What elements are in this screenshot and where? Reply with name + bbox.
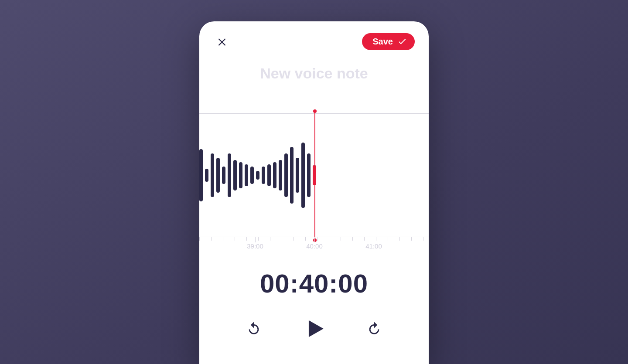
elapsed-time: 00:40:00 [199,269,429,299]
tick-major [255,237,256,242]
tick-minor [399,237,400,241]
forward-button[interactable] [367,321,382,336]
tick-minor [223,237,223,241]
waveform-bar [245,164,248,186]
waveform-bar [239,162,242,188]
close-icon [216,36,228,47]
close-button[interactable] [213,33,231,50]
play-button[interactable] [301,316,327,341]
tick-minor [258,237,259,241]
tick-minor [376,237,376,241]
title-input[interactable] [199,65,429,82]
tick-minor [199,237,200,241]
tick-minor [423,237,423,241]
tick-minor [305,237,306,241]
waveform-bar [211,153,214,197]
tick-minor [235,237,235,241]
waveform-bar [273,162,276,188]
tick-label: 41:00 [365,242,382,250]
tick-minor [282,237,282,241]
waveform-bar [199,149,203,201]
waveform-bar [267,164,271,186]
rewind-icon [246,321,261,336]
waveform-bar [222,167,225,184]
tick-minor [352,237,353,241]
tick-minor [364,237,365,241]
waveform-bar [296,158,299,193]
tick-minor [317,237,317,241]
top-bar: Save [199,21,429,50]
save-button-label: Save [372,37,393,47]
tick-minor [341,237,341,241]
forward-icon [367,321,382,336]
waveform-bar [216,158,220,193]
recorder-card: Save 39:0040:0041:00 00:40:00 [199,21,429,364]
waveform-bar [228,153,231,197]
playback-controls [199,316,429,341]
waveform-bar [290,147,294,204]
tick-minor [294,237,294,241]
waveform-area[interactable]: 39:0040:0041:00 [199,113,429,249]
playhead[interactable] [314,111,315,240]
rewind-button[interactable] [246,321,261,336]
save-button[interactable]: Save [362,33,415,50]
tick-major [374,237,374,242]
tick-minor [270,237,270,241]
waveform-bar [256,171,259,180]
tick-label: 40:00 [306,242,323,250]
play-icon [301,316,327,341]
waveform-bar [250,167,254,184]
waveform-bar [284,153,288,197]
tick-minor [246,237,247,241]
tick-major [314,237,315,242]
waveform-bar [301,143,305,208]
waveform-bar [233,160,237,191]
check-icon [397,37,407,46]
timeline-ruler: 39:0040:0041:00 [199,237,429,249]
tick-minor [211,237,212,241]
waveform-bar [279,160,282,191]
tick-minor [411,237,412,241]
waveform-bar [307,153,311,197]
tick-label: 39:00 [247,242,263,250]
waveform-bar [205,169,208,182]
tick-minor [388,237,388,241]
waveform-bar [262,167,265,184]
tick-minor [329,237,329,241]
